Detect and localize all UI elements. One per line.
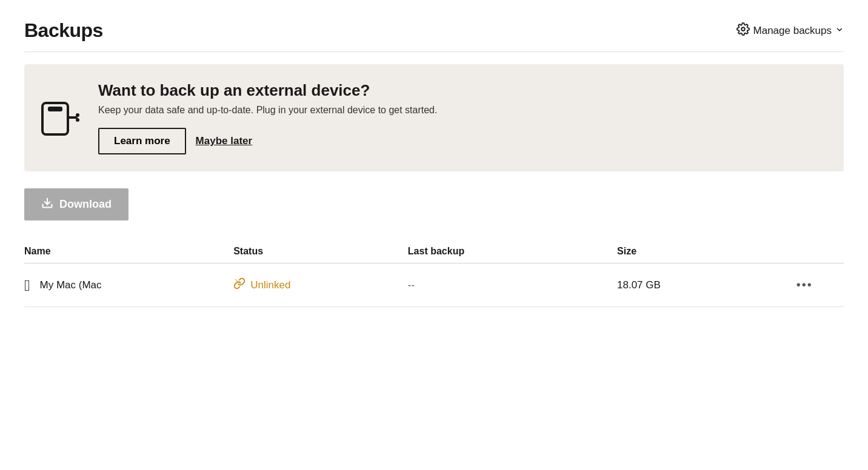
device-name: My Mac (Mac	[40, 279, 102, 291]
col-header-status: Status	[233, 240, 408, 263]
unlinked-chain-icon	[233, 277, 245, 293]
manage-backups-label: Manage backups	[753, 25, 832, 37]
manage-backups-button[interactable]: Manage backups	[736, 22, 844, 39]
col-header-last-backup: Last backup	[408, 240, 617, 263]
page-title: Backups	[24, 19, 103, 42]
external-device-banner: Want to back up an external device? Keep…	[24, 64, 844, 171]
banner-actions: Learn more Maybe later	[98, 128, 824, 154]
table-cell-last-backup: --	[408, 263, 617, 307]
page-header: Backups Manage backups	[24, 19, 844, 52]
gear-icon	[736, 22, 750, 39]
table-cell-size: 18.07 GB	[617, 263, 792, 307]
col-header-name: Name	[24, 240, 233, 263]
table-cell-status: Unlinked	[233, 263, 408, 307]
learn-more-button[interactable]: Learn more	[98, 128, 186, 154]
chevron-down-icon	[835, 25, 844, 37]
status-unlinked-label: Unlinked	[250, 279, 290, 291]
download-button[interactable]: Download	[24, 188, 129, 220]
more-options-button[interactable]: •••	[792, 276, 818, 294]
external-device-icon	[39, 97, 81, 139]
banner-subtitle: Keep your data safe and up-to-date. Plug…	[98, 105, 824, 116]
download-label: Download	[59, 198, 112, 211]
page-container: Backups Manage backups	[0, 0, 868, 326]
banner-content: Want to back up an external device? Keep…	[98, 81, 824, 154]
col-header-size: Size	[617, 240, 792, 263]
maybe-later-button[interactable]: Maybe later	[196, 135, 253, 147]
last-backup-value: --	[408, 279, 415, 291]
backups-table: Name Status Last backup Size  My Mac (M…	[24, 240, 844, 307]
svg-point-5	[76, 118, 79, 122]
svg-point-0	[741, 27, 745, 31]
table-row:  My Mac (Mac Unlinked	[24, 263, 844, 307]
more-options-icon: •••	[796, 278, 813, 291]
table-cell-name:  My Mac (Mac	[24, 263, 233, 307]
svg-point-4	[76, 113, 79, 117]
table-cell-actions: •••	[792, 263, 844, 307]
col-header-actions	[792, 240, 844, 263]
size-value: 18.07 GB	[617, 279, 661, 291]
svg-rect-2	[48, 107, 62, 111]
svg-line-7	[236, 279, 238, 281]
apple-icon: 	[24, 277, 30, 293]
banner-title: Want to back up an external device?	[98, 81, 824, 100]
download-icon	[41, 197, 53, 212]
